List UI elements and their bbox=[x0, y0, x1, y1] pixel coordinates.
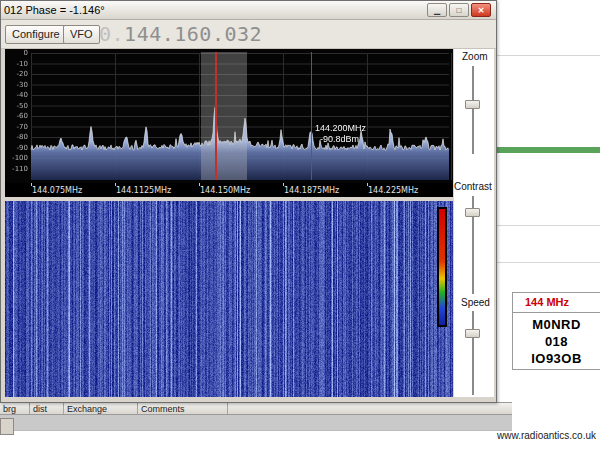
toolbar: Configure VFO 0.144.160.032 bbox=[1, 20, 496, 49]
website-text: www.radioantics.co.uk bbox=[497, 430, 596, 441]
waterfall-canvas[interactable] bbox=[5, 201, 453, 397]
sdr-window: 012 Phase = -1.146° ▁ □ ✕ Configure VFO … bbox=[0, 0, 497, 403]
window-title: 012 Phase = -1.146° bbox=[4, 4, 105, 16]
frequency-prefix: 0. bbox=[99, 22, 124, 46]
db-label: -90 bbox=[5, 144, 28, 152]
contrast-label: Contrast bbox=[454, 181, 492, 192]
signal-meter-bar bbox=[489, 147, 600, 153]
db-label: -100 bbox=[5, 154, 28, 162]
passband-region[interactable] bbox=[201, 52, 247, 180]
zoom-slider-thumb[interactable] bbox=[465, 100, 480, 109]
callsign-text: M0NRD bbox=[513, 316, 600, 333]
spectrum-panel: 0 -10 -20 -30 -40 -50 -60 -70 -80 -90 -1… bbox=[5, 49, 453, 183]
exchange-panel: M0NRD 018 IO93OB bbox=[512, 313, 600, 370]
db-label: -10 bbox=[5, 60, 28, 68]
db-label: 0 bbox=[5, 49, 28, 57]
db-label: -50 bbox=[5, 102, 28, 110]
column-header-brg: brg bbox=[0, 403, 30, 414]
display-column: 0 -10 -20 -30 -40 -50 -60 -70 -80 -90 -1… bbox=[5, 49, 453, 397]
waterfall-panel bbox=[5, 201, 453, 397]
frequency-scale: 144.075MHz 144.1125MHz 144.150MHz 144.18… bbox=[5, 183, 453, 197]
zoom-slider-track bbox=[472, 66, 474, 154]
contrast-slider-thumb[interactable] bbox=[465, 208, 480, 217]
logger-divider bbox=[497, 262, 600, 263]
vfo-marker[interactable] bbox=[215, 52, 217, 180]
speed-slider-thumb[interactable] bbox=[465, 329, 480, 338]
band-label: 144 MHz bbox=[525, 296, 569, 308]
minimize-button[interactable]: ▁ bbox=[427, 3, 447, 17]
db-label: -110 bbox=[5, 165, 28, 173]
freq-label: 144.225MHz bbox=[368, 186, 418, 195]
speed-slider[interactable] bbox=[465, 311, 482, 395]
logger-divider bbox=[489, 55, 600, 56]
speed-slider-track bbox=[472, 311, 474, 395]
close-button[interactable]: ✕ bbox=[471, 3, 491, 17]
screen: 144 MHz M0NRD 018 IO93OB brg dist Exchan… bbox=[0, 0, 600, 450]
db-label: -20 bbox=[5, 70, 28, 78]
frequency-display[interactable]: 0.144.160.032 bbox=[99, 22, 262, 46]
serial-text: 018 bbox=[513, 333, 600, 350]
cursor-marker bbox=[311, 52, 312, 180]
zoom-label: Zoom bbox=[462, 51, 488, 62]
cursor-readout: 144.200MHz -90.8dBm bbox=[315, 123, 366, 145]
zoom-slider[interactable] bbox=[465, 66, 482, 154]
window-buttons: ▁ □ ✕ bbox=[427, 3, 491, 17]
main-area: 0 -10 -20 -30 -40 -50 -60 -70 -80 -90 -1… bbox=[5, 49, 494, 397]
speed-label: Speed bbox=[461, 297, 490, 308]
configure-button[interactable]: Configure bbox=[5, 25, 67, 44]
freq-label: 144.075MHz bbox=[32, 186, 82, 195]
log-table-row bbox=[0, 415, 512, 431]
cursor-level-text: -90.8dBm bbox=[315, 134, 366, 145]
freq-label: 144.1125MHz bbox=[116, 186, 171, 195]
db-label: -60 bbox=[5, 112, 28, 120]
waterfall-color-legend bbox=[437, 207, 447, 327]
logger-divider bbox=[497, 225, 600, 226]
cursor-frequency-text: 144.200MHz bbox=[315, 123, 366, 134]
vfo-button[interactable]: VFO bbox=[63, 25, 100, 44]
locator-text: IO93OB bbox=[513, 350, 600, 367]
control-strip: Zoom Contrast Speed bbox=[454, 49, 494, 397]
column-header-exchange: Exchange bbox=[64, 403, 138, 414]
column-header-comments: Comments bbox=[138, 403, 228, 414]
freq-label: 144.150MHz bbox=[200, 186, 250, 195]
log-corner-button[interactable] bbox=[0, 418, 14, 435]
band-panel: 144 MHz bbox=[512, 292, 600, 313]
column-header-spacer bbox=[228, 403, 512, 414]
maximize-button[interactable]: □ bbox=[449, 3, 469, 17]
log-table-header: brg dist Exchange Comments bbox=[0, 402, 512, 415]
db-label: -40 bbox=[5, 91, 28, 99]
contrast-slider[interactable] bbox=[465, 196, 482, 294]
freq-label: 144.1875MHz bbox=[284, 186, 339, 195]
titlebar[interactable]: 012 Phase = -1.146° ▁ □ ✕ bbox=[1, 1, 496, 20]
db-label: -70 bbox=[5, 123, 28, 131]
db-label: -80 bbox=[5, 133, 28, 141]
db-label: -30 bbox=[5, 81, 28, 89]
frequency-value: 144.160.032 bbox=[124, 22, 262, 46]
column-header-dist: dist bbox=[30, 403, 64, 414]
